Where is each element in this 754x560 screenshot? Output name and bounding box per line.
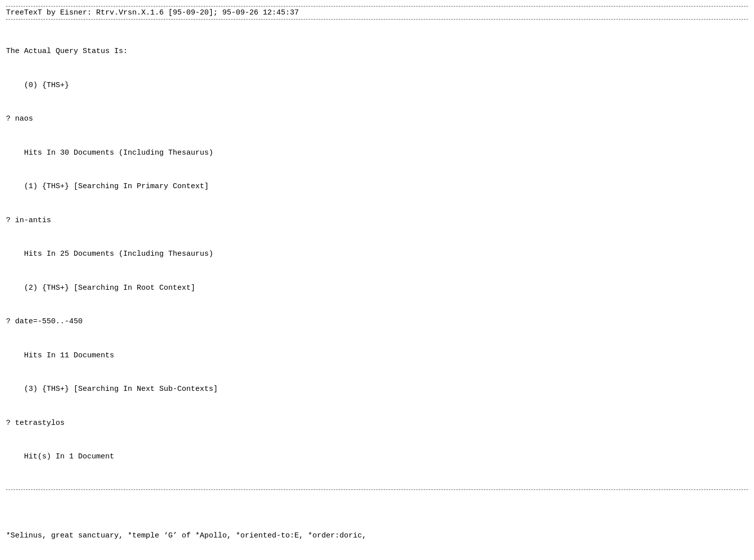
query-entry-0-hits: Hits In 30 Documents (Including Thesauru… <box>6 148 748 159</box>
query-entry-2-context: (2) {THS+} [Searching In Root Context] <box>6 283 748 294</box>
main-container: TreeTexT by Eisner: Rtrv.Vrsn.X.1.6 [95-… <box>0 0 754 560</box>
top-divider <box>6 6 748 7</box>
query-entry-1-context: (1) {THS+} [Searching In Primary Context… <box>6 181 748 193</box>
result-section: *Selinus, great sanctuary, *temple ‘G’ o… <box>6 494 748 561</box>
query-entry-0-term: ? naos <box>6 114 748 125</box>
app-title: TreeTexT by Eisner: Rtrv.Vrsn.X.1.6 [95-… <box>6 9 748 17</box>
query-entry-3-term: ? tetrastylos <box>6 418 748 429</box>
query-entry-2-term: ? date=-550..-450 <box>6 316 748 328</box>
query-entry-2-hits: Hits In 11 Documents <box>6 350 748 362</box>
query-entry-0-index: (0) {THS+} <box>6 80 748 92</box>
query-entry-3-hits: Hit(s) In 1 Document <box>6 451 748 463</box>
query-entry-1-term: ? in-antis <box>6 215 748 227</box>
divider-before-results <box>6 489 748 490</box>
query-status-label: The Actual Query Status Is: <box>6 46 748 58</box>
query-entry-3-context: (3) {THS+} [Searching In Next Sub-Contex… <box>6 384 748 395</box>
result-line-1: *Selinus, great sanctuary, *temple ‘G’ o… <box>6 530 748 542</box>
divider-after-title <box>6 19 748 20</box>
query-status-section: The Actual Query Status Is: (0) {THS+} ?… <box>6 24 748 485</box>
query-entry-1-hits: Hits In 25 Documents (Including Thesauru… <box>6 249 748 260</box>
